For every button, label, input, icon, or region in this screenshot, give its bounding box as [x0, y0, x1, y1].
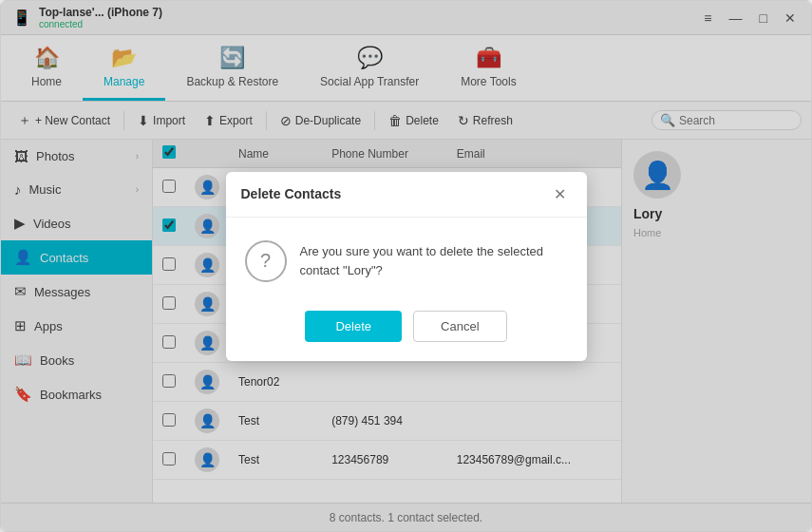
modal-body: ? Are you sure you want to delete the se… [226, 218, 587, 301]
modal-title: Delete Contacts [241, 186, 342, 201]
modal-footer: Delete Cancel [226, 301, 587, 361]
question-mark: ? [260, 250, 271, 272]
modal-close-button[interactable]: ✕ [548, 183, 572, 205]
modal-cancel-button[interactable]: Cancel [413, 311, 506, 342]
modal-delete-button[interactable]: Delete [305, 311, 402, 342]
modal-message: Are you sure you want to delete the sele… [300, 242, 568, 279]
modal-header: Delete Contacts ✕ [226, 172, 587, 218]
question-icon: ? [245, 240, 287, 282]
modal-overlay: Delete Contacts ✕ ? Are you sure you wan… [1, 1, 811, 531]
delete-dialog: Delete Contacts ✕ ? Are you sure you wan… [226, 172, 587, 361]
